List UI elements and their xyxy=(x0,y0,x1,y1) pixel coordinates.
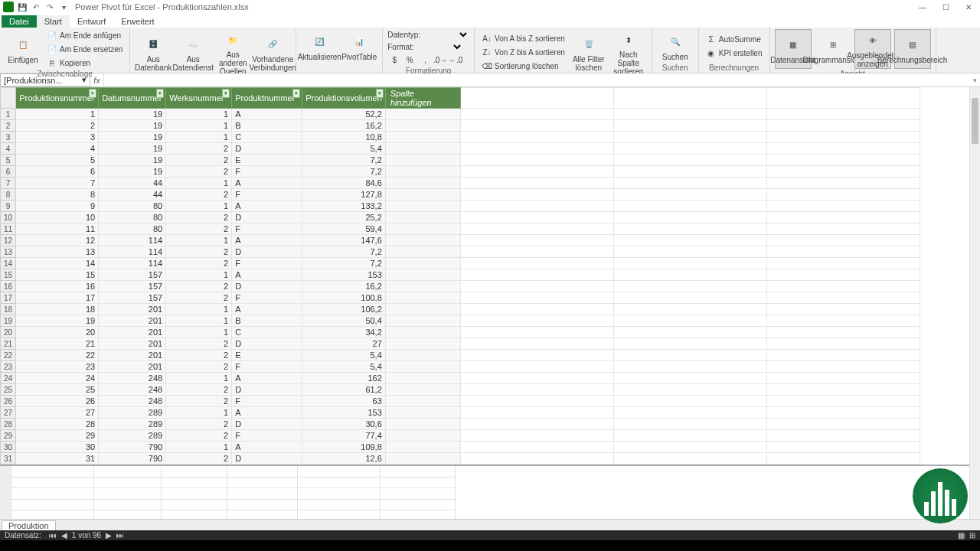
existing-connections-button[interactable]: 🔗Vorhandene Verbindungen xyxy=(254,29,291,76)
nav-prev-icon[interactable]: ◀ xyxy=(61,531,67,540)
cell[interactable]: 2 xyxy=(166,338,232,350)
select-all-corner[interactable] xyxy=(1,88,16,109)
row-header[interactable]: 13 xyxy=(1,246,16,258)
table-row[interactable]: 1111802F59,4 xyxy=(1,223,920,235)
cell[interactable] xyxy=(385,109,460,120)
name-box[interactable]: [Produktionsn...▾ xyxy=(0,73,90,86)
cell[interactable] xyxy=(385,304,460,315)
cell[interactable]: 2 xyxy=(166,361,232,373)
filter-dropdown-icon[interactable]: ▾ xyxy=(376,89,384,98)
cell[interactable]: 109,8 xyxy=(302,442,386,453)
from-service-button[interactable]: ☁️Aus Datendienst xyxy=(175,29,211,76)
cell[interactable]: 2 xyxy=(166,350,232,361)
cell[interactable]: 4 xyxy=(16,143,99,155)
cell[interactable]: 248 xyxy=(99,373,166,384)
cell[interactable]: 80 xyxy=(99,223,166,235)
cell[interactable]: C xyxy=(232,327,302,338)
table-row[interactable]: 22191B16,2 xyxy=(1,120,920,132)
clear-all-filters-button[interactable]: 🗑️Alle Filter löschen xyxy=(570,29,607,76)
copy-button[interactable]: ⎘Kopieren xyxy=(44,57,125,69)
cell[interactable]: 1 xyxy=(166,304,232,315)
cell[interactable]: 2 xyxy=(166,212,232,223)
cell[interactable] xyxy=(385,281,460,292)
cell[interactable]: 1 xyxy=(16,109,99,120)
cell[interactable]: 44 xyxy=(99,189,166,201)
cell[interactable]: 201 xyxy=(99,350,166,361)
cell[interactable] xyxy=(385,315,460,327)
sort-za-button[interactable]: Z↓Von Z bis A sortieren xyxy=(479,47,567,59)
table-row[interactable]: 99801A133,2 xyxy=(1,201,920,212)
cell[interactable]: A xyxy=(232,269,302,281)
diagram-view-button[interactable]: ⊞Diagrammansicht xyxy=(815,29,851,69)
cell[interactable]: 50,4 xyxy=(302,315,386,327)
cell[interactable]: E xyxy=(232,155,302,166)
cell[interactable]: 1 xyxy=(166,235,232,246)
cell[interactable]: 790 xyxy=(99,442,166,453)
cell[interactable]: 153 xyxy=(302,269,386,281)
cell[interactable]: 790 xyxy=(99,453,166,465)
cell[interactable]: A xyxy=(232,235,302,246)
cell[interactable]: 2 xyxy=(166,155,232,166)
row-header[interactable]: 3 xyxy=(1,132,16,143)
formula-expand-icon[interactable]: ▾ xyxy=(969,73,980,86)
cell[interactable] xyxy=(385,201,460,212)
table-row[interactable]: 19192011B50,4 xyxy=(1,315,920,327)
append-end-button[interactable]: 📄Am Ende anfügen xyxy=(44,29,125,41)
nav-first-icon[interactable]: ⏮ xyxy=(49,531,57,540)
cell[interactable]: 19 xyxy=(99,155,166,166)
cell[interactable]: 16,2 xyxy=(302,120,386,132)
table-row[interactable]: 16161572D16,2 xyxy=(1,281,920,292)
col-produktionsvolumen[interactable]: Produktionsvolumen▾ xyxy=(302,88,386,109)
row-header[interactable]: 22 xyxy=(1,350,16,361)
undo-icon[interactable]: ↶ xyxy=(31,2,41,12)
cell[interactable]: 5,4 xyxy=(302,143,386,155)
cell[interactable] xyxy=(385,361,460,373)
currency-icon[interactable]: $ xyxy=(387,54,401,66)
row-header[interactable]: 18 xyxy=(1,304,16,315)
cell[interactable]: A xyxy=(232,201,302,212)
view-diagram-icon[interactable]: ⊞ xyxy=(969,531,975,540)
cell[interactable]: 5 xyxy=(16,155,99,166)
cell[interactable] xyxy=(385,396,460,407)
row-header[interactable]: 10 xyxy=(1,212,16,223)
filter-dropdown-icon[interactable]: ▾ xyxy=(89,89,96,98)
cell[interactable]: 289 xyxy=(99,407,166,419)
vertical-scrollbar[interactable] xyxy=(969,87,980,519)
filter-dropdown-icon[interactable]: ▾ xyxy=(156,89,164,98)
cell[interactable]: 114 xyxy=(99,235,166,246)
cell[interactable]: 17 xyxy=(16,292,99,304)
cell[interactable]: 114 xyxy=(99,258,166,269)
table-row[interactable]: 17171572F100,8 xyxy=(1,292,920,304)
row-header[interactable]: 7 xyxy=(1,178,16,189)
table-row[interactable]: 23232012F5,4 xyxy=(1,361,920,373)
cell[interactable]: 25,2 xyxy=(302,212,386,223)
cell[interactable]: D xyxy=(232,212,302,223)
table-row[interactable]: 33191C10,8 xyxy=(1,132,920,143)
cell[interactable] xyxy=(385,327,460,338)
refresh-button[interactable]: 🔄Aktualisieren xyxy=(301,29,338,63)
row-header[interactable]: 31 xyxy=(1,453,16,465)
row-header[interactable]: 17 xyxy=(1,292,16,304)
tab-start[interactable]: Start xyxy=(37,15,70,28)
row-header[interactable]: 11 xyxy=(1,223,16,235)
col-produktionsnummer[interactable]: Produktionsnummer▾ xyxy=(16,88,99,109)
cell[interactable]: 2 xyxy=(166,396,232,407)
row-header[interactable]: 12 xyxy=(1,235,16,246)
cell[interactable]: 19 xyxy=(99,120,166,132)
cell[interactable]: D xyxy=(232,281,302,292)
row-header[interactable]: 21 xyxy=(1,338,16,350)
cell[interactable]: 27 xyxy=(302,338,386,350)
cell[interactable]: 2 xyxy=(166,453,232,465)
cell[interactable]: 59,4 xyxy=(302,223,386,235)
cell[interactable]: F xyxy=(232,189,302,201)
cell[interactable] xyxy=(385,258,460,269)
cell[interactable]: 3 xyxy=(16,132,99,143)
formula-input[interactable] xyxy=(104,73,969,86)
cell[interactable]: 16 xyxy=(16,281,99,292)
table-row[interactable]: 13131142D7,2 xyxy=(1,246,920,258)
cell[interactable]: 10,8 xyxy=(302,132,386,143)
from-other-button[interactable]: 📁Aus anderen Quellen xyxy=(214,29,251,76)
cell[interactable] xyxy=(385,235,460,246)
nav-next-icon[interactable]: ▶ xyxy=(106,531,112,540)
row-header[interactable]: 28 xyxy=(1,419,16,430)
